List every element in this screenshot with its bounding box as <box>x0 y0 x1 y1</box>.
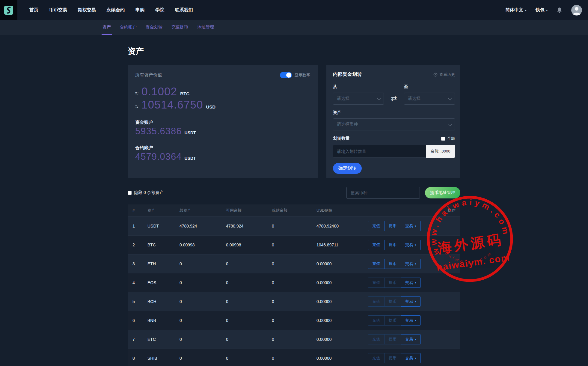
trade-button[interactable]: 交易 ▾ <box>401 240 421 250</box>
deposit-button[interactable]: 充值 <box>368 278 385 288</box>
trade-button[interactable]: 交易 ▾ <box>401 296 421 307</box>
caret-down-icon: ▾ <box>415 281 416 284</box>
nav-menu-item[interactable]: 币币交易 <box>49 7 67 13</box>
nav-menu-item[interactable]: 联系我们 <box>175 7 193 13</box>
hide-zero-checkbox[interactable] <box>128 191 132 195</box>
nav-menu-item[interactable]: 期权交易 <box>78 7 96 13</box>
subnav-tab[interactable]: 地址管理 <box>196 20 215 35</box>
header-frozen: 冻结余额 <box>272 208 316 213</box>
cell-total: 4780.924 <box>180 224 226 228</box>
subnav-tab[interactable]: 充值提币 <box>171 20 189 35</box>
withdraw-button[interactable]: 提币 <box>384 221 401 231</box>
withdraw-address-manage-button[interactable]: 提币地址管理 <box>425 187 460 198</box>
table-row: 1 USDT 4780.924 4780.924 0 4780.92400 充值… <box>128 216 460 235</box>
toggle-knob <box>286 73 291 78</box>
deposit-button[interactable]: 充值 <box>368 221 385 231</box>
deposit-button[interactable]: 充值 <box>368 315 385 326</box>
caret-down-icon: ▾ <box>415 262 416 265</box>
withdraw-button[interactable]: 提币 <box>384 259 401 269</box>
logo[interactable] <box>0 0 17 20</box>
contract-account-value: 4579.0364 <box>135 151 182 162</box>
swap-icon[interactable]: ⇄ <box>391 94 397 103</box>
deposit-button[interactable]: 充值 <box>368 296 385 307</box>
caret-down-icon: ▾ <box>415 319 416 322</box>
row-actions: 充值 提币 交易 ▾ <box>368 334 421 344</box>
cell-frozen: 0 <box>272 356 316 361</box>
nav-menu-item[interactable]: 永续合约 <box>107 7 125 13</box>
internal-transfer-panel: 内部资金划转 查看历史 从 至 请选择 ⇄ <box>326 65 460 178</box>
trade-label: 交易 <box>405 356 413 361</box>
withdraw-button[interactable]: 提币 <box>384 334 401 344</box>
cell-asset: ETH <box>147 261 180 266</box>
caret-down-icon: ▾ <box>415 243 416 246</box>
to-label: 至 <box>404 84 455 90</box>
view-history-link[interactable]: 查看历史 <box>433 72 455 77</box>
language-selector[interactable]: 简体中文 ▾ <box>505 7 527 13</box>
cell-asset: EOS <box>147 280 180 285</box>
row-actions: 充值 提币 交易 ▾ <box>368 353 421 363</box>
usd-value-line: ≈ 10514.6750 USD <box>135 99 310 111</box>
nav-menu-item[interactable]: 申购 <box>135 7 144 13</box>
cell-index: 5 <box>128 299 147 304</box>
trade-button[interactable]: 交易 ▾ <box>401 353 421 363</box>
withdraw-button[interactable]: 提币 <box>384 353 401 363</box>
trade-label: 交易 <box>405 223 413 229</box>
cell-usd-value: 0.00000 <box>316 280 368 285</box>
row-actions: 充值 提币 交易 ▾ <box>368 296 421 307</box>
all-label: 全部 <box>447 136 455 141</box>
deposit-button[interactable]: 充值 <box>368 259 385 269</box>
to-select[interactable]: 请选择 <box>404 93 455 105</box>
withdraw-button[interactable]: 提币 <box>384 278 401 288</box>
cell-total: 0 <box>180 356 226 361</box>
cell-usd-value: 4780.92400 <box>316 224 368 228</box>
subnav-tab[interactable]: 合约账户 <box>119 20 138 35</box>
deposit-button[interactable]: 充值 <box>368 353 385 363</box>
cell-usd-value: 0.00000 <box>316 261 368 266</box>
nav-menu-item[interactable]: 学院 <box>155 7 164 13</box>
contract-account-unit: USDT <box>185 156 196 161</box>
btc-value-line: ≈ 0.1002 BTC <box>135 85 310 98</box>
cell-available: 0 <box>226 318 272 323</box>
withdraw-button[interactable]: 提币 <box>384 296 401 307</box>
wallet-menu[interactable]: 钱包 ▾ <box>535 7 548 13</box>
cell-frozen: 0 <box>272 318 316 323</box>
subnav-tab[interactable]: 资金划转 <box>145 20 163 35</box>
from-select[interactable]: 请选择 <box>333 93 384 105</box>
from-label: 从 <box>333 84 384 90</box>
trade-button[interactable]: 交易 ▾ <box>401 221 421 231</box>
cell-index: 8 <box>128 356 147 361</box>
nav-menu-item[interactable]: 首页 <box>29 7 38 13</box>
cell-available: 0 <box>226 356 272 361</box>
header-available: 可用余额 <box>226 208 272 213</box>
withdraw-button[interactable]: 提币 <box>384 315 401 326</box>
contract-account-value-line: 4579.0364 USDT <box>135 151 310 162</box>
hide-zero-balance-option[interactable]: 隐藏 0 余额资产 <box>128 190 164 195</box>
trade-button[interactable]: 交易 ▾ <box>401 278 421 288</box>
cell-frozen: 0 <box>272 280 316 285</box>
trade-label: 交易 <box>405 337 413 342</box>
row-actions: 充值 提币 交易 ▾ <box>368 259 421 269</box>
show-numbers-toggle[interactable] <box>280 72 292 78</box>
all-checkbox[interactable] <box>441 137 445 141</box>
asset-select[interactable]: 请选择币种 <box>333 118 455 130</box>
deposit-button[interactable]: 充值 <box>368 334 385 344</box>
withdraw-button[interactable]: 提币 <box>384 240 401 250</box>
cell-available: 0 <box>226 299 272 304</box>
amount-input[interactable] <box>333 145 426 158</box>
bell-icon[interactable] <box>557 7 562 13</box>
trade-label: 交易 <box>405 299 413 304</box>
transfer-all-option[interactable]: 全部 <box>441 136 455 141</box>
cell-index: 2 <box>128 243 147 247</box>
deposit-button[interactable]: 充值 <box>368 240 385 250</box>
subnav-tab[interactable]: 资产 <box>102 20 112 35</box>
trade-button[interactable]: 交易 ▾ <box>401 334 421 344</box>
cell-index: 3 <box>128 261 147 266</box>
trade-button[interactable]: 交易 ▾ <box>401 259 421 269</box>
trade-button[interactable]: 交易 ▾ <box>401 315 421 326</box>
cell-frozen: 0 <box>272 243 316 247</box>
top-navbar: 首页币币交易期权交易永续合约申购学院联系我们 简体中文 ▾ 钱包 ▾ <box>0 0 588 20</box>
avatar[interactable] <box>571 5 582 16</box>
funding-account-unit: USDT <box>185 130 196 135</box>
confirm-transfer-button[interactable]: 确定划转 <box>333 163 362 174</box>
search-input[interactable] <box>346 187 420 199</box>
